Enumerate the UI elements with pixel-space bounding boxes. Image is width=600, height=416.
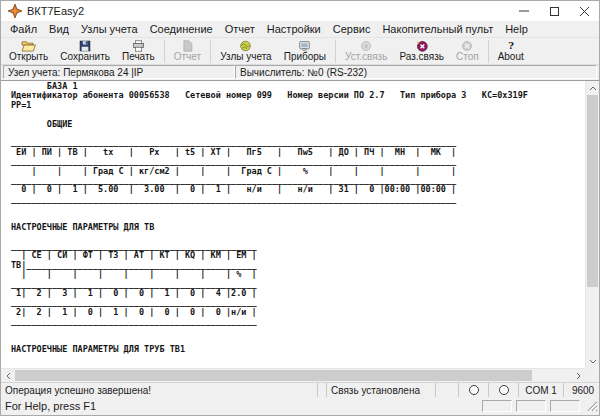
rx-led-indicator-icon [469, 385, 479, 395]
scroll-right-arrow-icon[interactable] [571, 369, 585, 382]
window-controls [509, 1, 599, 21]
menu-bar: Файл Вид Узлы учета Соединение Отчет Нас… [1, 21, 599, 37]
connection-status-panel: Связь установлена [327, 383, 436, 397]
vertical-scrollbar[interactable] [585, 81, 599, 368]
menu-storage-console[interactable]: Накопительный пульт [376, 22, 499, 36]
toolbar-separator [335, 40, 336, 63]
disconnect-button-label: Раз.связь [399, 52, 444, 62]
metering-node-text: Узел учета: Пермякова 24 |IP [8, 67, 143, 78]
vertical-scroll-track[interactable] [586, 95, 599, 354]
svg-text:?: ? [508, 40, 514, 51]
menu-file[interactable]: Файл [4, 22, 43, 36]
status-message: Операция успешно завершена! [5, 385, 151, 396]
about-button-label: About [498, 52, 524, 62]
print-button-label: Печать [122, 52, 155, 62]
help-bar-panels [482, 398, 598, 414]
rx-led-panel [459, 383, 489, 397]
status-bar: Операция успешно завершена! Связь устано… [1, 382, 599, 397]
menu-report[interactable]: Отчет [219, 22, 261, 36]
open-button[interactable]: Открыть [3, 39, 54, 64]
status-message-panel: Операция успешно завершена! [1, 383, 318, 397]
menu-view[interactable]: Вид [43, 22, 75, 36]
close-button[interactable] [569, 1, 599, 21]
save-button-label: Сохранить [60, 52, 110, 62]
tx-led-panel [489, 383, 519, 397]
minimize-button[interactable] [509, 1, 539, 21]
help-bar: For Help, press F1 [1, 397, 599, 415]
print-button[interactable]: Печать [116, 39, 161, 64]
metering-node-panel: Узел учета: Пермякова 24 |IP [3, 65, 235, 79]
statusbar-pane [482, 400, 512, 412]
disconnect-button[interactable]: Раз.связь [393, 39, 450, 64]
statusbar-pane [516, 400, 546, 412]
baud-rate: 9600 [572, 385, 594, 396]
menu-service[interactable]: Сервис [327, 22, 377, 36]
scroll-down-arrow-icon[interactable] [586, 354, 599, 368]
stop-button-label: Стоп [456, 52, 479, 62]
toolbar-separator [164, 40, 165, 63]
help-text: For Help, press F1 [5, 400, 96, 412]
devices-button[interactable]: Приборы [278, 39, 332, 64]
document-view: БАЗА 1 Идентификатор абонента 00056538 С… [1, 80, 599, 382]
report-button-label: Отчет [174, 52, 201, 62]
toolbar: Открыть Сохранить [1, 37, 599, 65]
menu-help[interactable]: Help [499, 22, 534, 36]
toolbar-separator [488, 40, 489, 63]
resize-grip-icon[interactable] [584, 398, 598, 414]
horizontal-scroll-track[interactable] [15, 369, 571, 382]
window-title: ВКТ7Easy2 [27, 5, 84, 17]
menu-settings[interactable]: Настройки [261, 22, 327, 36]
horizontal-scrollbar[interactable] [1, 368, 585, 382]
document-text: БАЗА 1 Идентификатор абонента 00056538 С… [1, 81, 585, 368]
menu-connection[interactable]: Соединение [144, 22, 219, 36]
status-spacer-panel [436, 383, 459, 397]
connection-status: Связь установлена [331, 385, 420, 396]
scrollbar-corner [585, 368, 599, 382]
app-window: ВКТ7Easy2 Файл Вид Узлы учета Соединение… [0, 0, 600, 416]
title-bar: ВКТ7Easy2 [1, 1, 599, 21]
metering-nodes-button[interactable]: Узлы учета [214, 39, 278, 64]
stop-button: Стоп [450, 39, 485, 64]
horizontal-scroll-thumb[interactable] [15, 370, 532, 381]
baud-rate-panel: 9600 [564, 383, 600, 397]
devices-button-label: Приборы [284, 52, 326, 62]
com-port: COM 1 [525, 385, 557, 396]
com-port-panel: COM 1 [519, 383, 564, 397]
tx-led-indicator-icon [499, 385, 509, 395]
status-empty-panel [318, 383, 327, 397]
save-button[interactable]: Сохранить [54, 39, 116, 64]
scroll-up-arrow-icon[interactable] [586, 81, 599, 95]
statusbar-pane [550, 400, 580, 412]
about-button[interactable]: ? About [492, 39, 530, 64]
connect-button-label: Уст.связь [345, 52, 387, 62]
menu-metering-nodes[interactable]: Узлы учета [75, 22, 144, 36]
computer-text: Вычислитель: №0 (RS-232) [240, 67, 367, 78]
connect-button: Уст.связь [339, 39, 393, 64]
maximize-button[interactable] [539, 1, 569, 21]
toolbar-separator [210, 40, 211, 63]
app-icon [8, 4, 22, 18]
info-bar: Узел учета: Пермякова 24 |IP Вычислитель… [1, 65, 599, 80]
report-button: Отчет [168, 39, 207, 64]
vertical-scroll-thumb[interactable] [587, 95, 598, 287]
computer-panel: Вычислитель: №0 (RS-232) [235, 65, 597, 79]
scroll-left-arrow-icon[interactable] [1, 369, 15, 382]
open-button-label: Открыть [9, 52, 48, 62]
metering-nodes-button-label: Узлы учета [220, 52, 272, 62]
